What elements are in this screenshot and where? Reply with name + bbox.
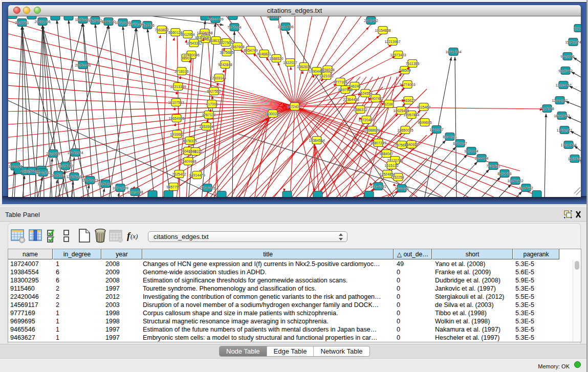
svg-text:1167533: 1167533 [568,157,581,161]
svg-text:1498222: 1498222 [188,150,202,154]
svg-text:6497568: 6497568 [338,88,352,92]
svg-text:21364436: 21364436 [343,98,359,101]
svg-text:7515526: 7515526 [140,24,154,27]
svg-text:9227342: 9227342 [558,69,572,73]
svg-text:16033809: 16033809 [207,17,223,21]
svg-text:10025455: 10025455 [393,109,409,113]
svg-text:9146821: 9146821 [257,52,271,56]
svg-text:2603144: 2603144 [212,76,226,80]
svg-text:8912954: 8912954 [181,33,194,36]
svg-text:29053346: 29053346 [75,63,91,67]
svg-text:10543382: 10543382 [186,41,202,45]
svg-text:8813054: 8813054 [267,16,281,18]
svg-text:2933114: 2933114 [475,157,489,160]
svg-text:2718176: 2718176 [175,70,188,73]
svg-text:7511355: 7511355 [406,62,420,65]
svg-text:20691406: 20691406 [34,20,50,24]
svg-text:13226058: 13226058 [197,31,212,35]
svg-text:6794028: 6794028 [320,68,334,72]
svg-text:16107553: 16107553 [168,101,184,104]
svg-text:12444151: 12444151 [552,99,568,102]
svg-text:8427552: 8427552 [207,90,221,93]
svg-text:1527602: 1527602 [88,19,102,23]
svg-text:1733426: 1733426 [395,187,408,190]
svg-text:10973403: 10973403 [390,53,406,57]
svg-text:19384554: 19384554 [309,139,324,142]
svg-text:1588520: 1588520 [269,57,283,60]
svg-text:14914479: 14914479 [189,173,205,177]
svg-text:2386372: 2386372 [353,108,367,112]
svg-text:9474444: 9474444 [464,149,478,153]
svg-text:8678335: 8678335 [183,139,197,143]
svg-text:9329966: 9329966 [560,55,574,58]
svg-text:16648784: 16648784 [445,50,461,54]
svg-text:17016504: 17016504 [560,143,576,147]
svg-text:7632621: 7632621 [486,164,500,168]
svg-text:9699695: 9699695 [418,121,431,124]
svg-text:2905571: 2905571 [15,21,29,25]
svg-text:12923448: 12923448 [127,190,143,194]
svg-text:6679137: 6679137 [453,142,467,145]
svg-text:1145193: 1145193 [52,173,66,177]
svg-text:9327505: 9327505 [219,41,232,45]
svg-text:15409948: 15409948 [180,160,196,163]
svg-text:16210643: 16210643 [554,114,570,118]
svg-text:19650035: 19650035 [397,128,413,132]
svg-text:8466160: 8466160 [101,20,115,24]
svg-text:11123: 11123 [574,27,581,30]
svg-text:9777169: 9777169 [333,80,347,84]
svg-text:19654925: 19654925 [168,117,184,120]
svg-text:3267130: 3267130 [202,113,215,117]
svg-text:9457791: 9457791 [166,185,180,189]
svg-text:15751074: 15751074 [565,40,581,44]
svg-text:1615132: 1615132 [384,164,398,167]
svg-text:12505195: 12505195 [66,175,82,179]
svg-text:12213389: 12213389 [170,85,186,89]
svg-text:2867608: 2867608 [230,45,244,49]
svg-text:10407487: 10407487 [367,97,383,100]
svg-text:62160: 62160 [384,102,394,106]
svg-text:12093852: 12093852 [555,83,571,87]
svg-text:1362615: 1362615 [297,65,311,69]
svg-text:2487652: 2487652 [364,19,378,23]
svg-text:98901: 98901 [181,56,191,60]
svg-text:1353594: 1353594 [199,125,213,128]
svg-text:8471676: 8471676 [497,172,511,176]
svg-text:10154838: 10154838 [375,29,390,32]
svg-text:3875685: 3875685 [220,51,233,54]
svg-text:1822037: 1822037 [283,61,297,64]
svg-text:20120746: 20120746 [387,159,403,162]
svg-text:15716485: 15716485 [199,186,215,190]
svg-text:1843061: 1843061 [8,165,22,168]
svg-text:1421022: 1421022 [319,74,333,78]
svg-text:18807249: 18807249 [370,141,386,145]
svg-text:7957224: 7957224 [227,26,241,29]
svg-text:16782759: 16782759 [112,186,128,190]
svg-text:9884047: 9884047 [379,152,393,156]
svg-text:10054122: 10054122 [507,179,523,183]
svg-text:(x): (x) [130,232,138,240]
svg-text:9245612: 9245612 [519,186,533,190]
svg-text:7625402: 7625402 [172,172,186,176]
svg-text:1916682: 1916682 [170,133,184,136]
svg-text:10958107: 10958107 [97,182,113,186]
svg-text:17359924: 17359924 [67,151,83,155]
svg-text:12342737: 12342737 [35,171,51,174]
svg-text:19957844: 19957844 [403,113,419,117]
svg-text:252254: 252254 [392,176,404,179]
svg-text:7663822: 7663822 [155,28,168,32]
svg-text:417006: 417006 [206,102,217,106]
svg-text:17957223: 17957223 [82,179,98,182]
svg-text:1640957: 1640957 [429,128,443,132]
svg-text:1440923: 1440923 [404,143,418,146]
svg-text:14136141: 14136141 [370,185,386,188]
svg-text:12213967: 12213967 [384,40,400,43]
svg-text:746246: 746246 [349,84,360,88]
svg-text:10975857: 10975857 [57,164,73,168]
svg-text:9115460: 9115460 [417,105,431,109]
svg-text:13692971: 13692971 [556,128,572,132]
svg-text:9242848: 9242848 [218,63,232,67]
svg-text:15300215: 15300215 [265,112,280,116]
svg-text:8938921: 8938921 [443,135,456,139]
svg-text:18724007: 18724007 [287,105,302,108]
